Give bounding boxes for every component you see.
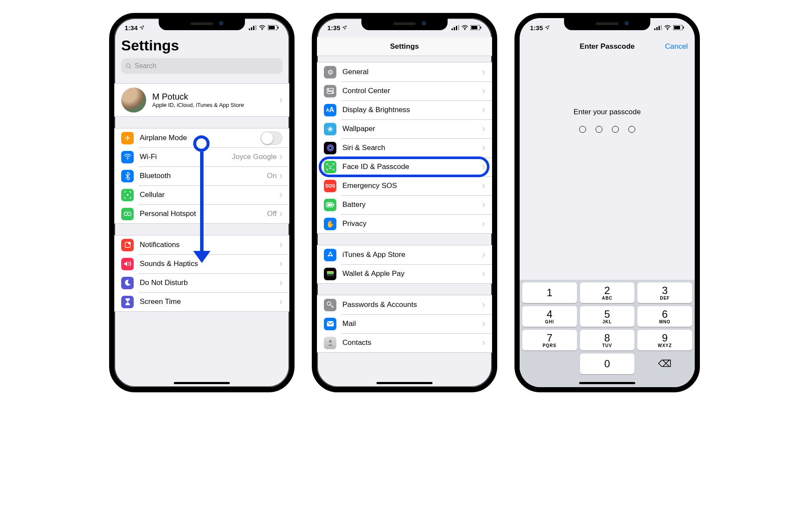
- battery-icon: [470, 25, 482, 30]
- chevron-right-icon: ›: [482, 123, 485, 135]
- nav-bar: Enter Passcode Cancel: [520, 37, 695, 56]
- control-center-row[interactable]: Control Center›: [317, 81, 492, 100]
- display-row[interactable]: AADisplay & Brightness›: [317, 100, 492, 119]
- search-placeholder: Search: [135, 62, 157, 70]
- bluetooth-icon: [121, 170, 134, 182]
- svg-rect-6: [278, 27, 279, 29]
- svg-point-30: [329, 166, 329, 166]
- wallet-row[interactable]: Wallet & Apple Pay›: [317, 264, 492, 283]
- svg-rect-34: [327, 203, 332, 206]
- nav-bar: Settings: [317, 37, 492, 56]
- chevron-right-icon: ›: [482, 337, 485, 348]
- key-5[interactable]: 5JKL: [580, 306, 635, 327]
- faceid-row[interactable]: Face ID & Passcode›: [317, 157, 492, 176]
- general-row[interactable]: ⚙General›: [317, 63, 492, 81]
- nav-title: Settings: [390, 42, 419, 51]
- key-4[interactable]: 4GHI: [522, 306, 577, 327]
- mail-icon: [324, 318, 336, 330]
- notch: [159, 18, 245, 30]
- svg-point-25: [327, 89, 329, 90]
- key-8[interactable]: 8TUV: [580, 330, 635, 350]
- svg-rect-17: [454, 27, 455, 30]
- svg-point-38: [327, 302, 331, 305]
- key-1[interactable]: 1: [522, 282, 577, 303]
- chevron-right-icon: ›: [279, 239, 282, 250]
- svg-point-8: [126, 63, 130, 67]
- appstore-row[interactable]: iTunes & App Store›: [317, 245, 492, 264]
- phone-settings-top: 1:34 Settings Search M Potuck Apple ID, …: [109, 13, 295, 392]
- cancel-button[interactable]: Cancel: [665, 42, 688, 51]
- status-time: 1:34: [125, 24, 138, 31]
- key-delete[interactable]: ⌫: [637, 354, 692, 374]
- status-time: 1:35: [530, 24, 543, 31]
- chevron-right-icon: ›: [482, 85, 485, 97]
- passcode-dots: [520, 126, 695, 133]
- home-indicator[interactable]: [376, 382, 433, 384]
- svg-rect-43: [658, 26, 660, 30]
- cellular-icon: [249, 25, 257, 30]
- search-field[interactable]: Search: [121, 58, 282, 74]
- svg-point-31: [331, 166, 332, 166]
- key-0[interactable]: 0: [580, 354, 635, 374]
- key-7[interactable]: 7PQRS: [522, 330, 577, 350]
- chevron-right-icon: ›: [482, 66, 485, 78]
- svg-rect-37: [327, 272, 334, 274]
- key-9[interactable]: 9WXYZ: [637, 330, 692, 350]
- home-indicator[interactable]: [174, 382, 230, 384]
- dnd-row[interactable]: Do Not Disturb ›: [114, 273, 289, 292]
- status-time: 1:35: [327, 24, 340, 31]
- hotspot-icon: [121, 208, 134, 220]
- key-2[interactable]: 2ABC: [580, 282, 635, 303]
- svg-point-15: [128, 242, 131, 244]
- svg-point-40: [329, 340, 332, 343]
- chevron-right-icon: ›: [279, 189, 282, 200]
- chevron-right-icon: ›: [279, 94, 282, 106]
- battery-row[interactable]: Battery›: [317, 195, 492, 214]
- phone-settings-scrolled: 1:35 Settings ⚙General› Control Center› …: [312, 13, 497, 392]
- svg-rect-22: [480, 27, 481, 29]
- sos-row[interactable]: SOSEmergency SOS›: [317, 176, 492, 195]
- chevron-right-icon: ›: [279, 258, 282, 269]
- key-3[interactable]: 3DEF: [637, 282, 692, 303]
- key-6[interactable]: 6MNO: [637, 306, 692, 327]
- faceid-icon: [324, 161, 336, 173]
- apple-id-row[interactable]: M Potuck Apple ID, iCloud, iTunes & App …: [114, 84, 289, 116]
- avatar: [121, 88, 146, 113]
- profile-sub: Apple ID, iCloud, iTunes & App Store: [152, 102, 279, 108]
- notifications-icon: [121, 239, 134, 251]
- screentime-row[interactable]: Screen Time ›: [114, 292, 289, 311]
- number-keypad: 1 2ABC 3DEF 4GHI 5JKL 6MNO 7PQRS 8TUV 9W…: [520, 280, 695, 387]
- battery-icon: [324, 199, 336, 211]
- wallet-icon: [324, 268, 336, 280]
- svg-rect-44: [661, 25, 662, 30]
- home-indicator[interactable]: [579, 382, 635, 384]
- chevron-right-icon: ›: [279, 170, 282, 182]
- svg-point-20: [464, 29, 465, 30]
- key-blank: [522, 354, 577, 374]
- svg-rect-33: [333, 204, 334, 206]
- passwords-row[interactable]: Passwords & Accounts›: [317, 295, 492, 314]
- wallpaper-row[interactable]: ❀Wallpaper›: [317, 119, 492, 138]
- svg-point-45: [667, 29, 668, 30]
- privacy-row[interactable]: ✋Privacy›: [317, 214, 492, 233]
- contacts-row[interactable]: Contacts›: [317, 333, 492, 352]
- cellular-icon: [452, 25, 459, 30]
- nav-title: Enter Passcode: [580, 42, 635, 51]
- toggles-icon: [324, 85, 336, 97]
- svg-point-13: [128, 212, 131, 216]
- svg-rect-0: [249, 28, 250, 30]
- battery-icon: [673, 25, 684, 30]
- svg-point-10: [127, 159, 128, 160]
- siri-row[interactable]: Siri & Search›: [317, 138, 492, 157]
- scroll-down-annotation: [193, 135, 210, 263]
- text-size-icon: AA: [324, 104, 336, 116]
- chevron-right-icon: ›: [279, 151, 282, 163]
- phone-passcode: 1:35 Enter Passcode Cancel Enter your pa…: [514, 13, 700, 392]
- passcode-dot: [628, 126, 635, 133]
- passcode-prompt: Enter your passcode: [520, 108, 695, 116]
- passcode-dot: [579, 126, 586, 133]
- airplane-switch[interactable]: [260, 131, 282, 145]
- mail-row[interactable]: Mail›: [317, 314, 492, 333]
- passcode-dot: [596, 126, 602, 133]
- gear-icon: ⚙: [324, 66, 336, 78]
